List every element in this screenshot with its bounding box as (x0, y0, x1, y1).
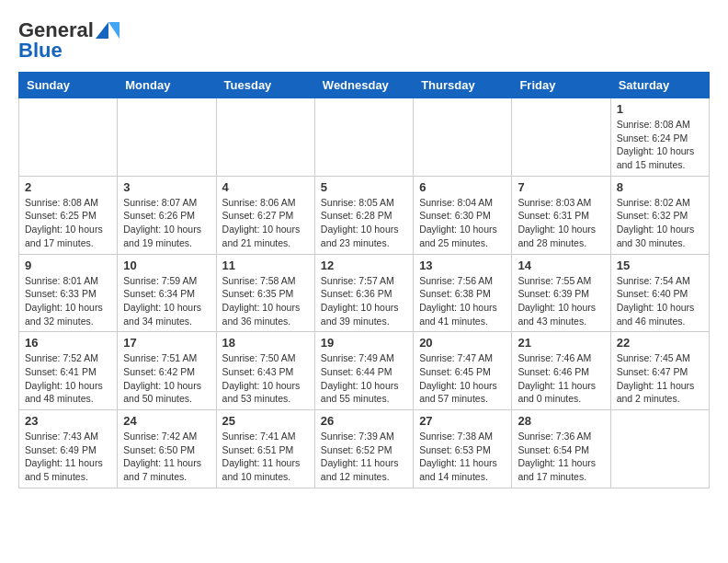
day-info: Sunrise: 7:42 AM Sunset: 6:50 PM Dayligh… (123, 430, 210, 484)
day-number: 19 (321, 336, 407, 350)
day-info: Sunrise: 7:49 AM Sunset: 6:44 PM Dayligh… (321, 351, 407, 406)
svg-marker-0 (108, 22, 119, 39)
calendar-cell: 6Sunrise: 8:04 AM Sunset: 6:30 PM Daylig… (414, 176, 512, 254)
day-number: 21 (518, 336, 604, 350)
day-info: Sunrise: 7:47 AM Sunset: 6:45 PM Dayligh… (419, 351, 506, 406)
calendar-cell: 4Sunrise: 8:06 AM Sunset: 6:27 PM Daylig… (216, 176, 314, 254)
day-number: 13 (419, 259, 506, 272)
calendar-cell: 5Sunrise: 8:05 AM Sunset: 6:28 PM Daylig… (314, 176, 413, 254)
calendar-cell: 24Sunrise: 7:42 AM Sunset: 6:50 PM Dayli… (118, 410, 216, 488)
day-info: Sunrise: 7:51 AM Sunset: 6:42 PM Dayligh… (123, 351, 210, 406)
day-info: Sunrise: 7:55 AM Sunset: 6:39 PM Dayligh… (518, 274, 604, 328)
day-info: Sunrise: 7:52 AM Sunset: 6:41 PM Dayligh… (25, 351, 111, 406)
day-info: Sunrise: 8:02 AM Sunset: 6:32 PM Dayligh… (617, 196, 703, 250)
day-number: 17 (123, 336, 210, 350)
calendar-week-row: 1Sunrise: 8:08 AM Sunset: 6:24 PM Daylig… (19, 98, 710, 177)
calendar-week-row: 9Sunrise: 8:01 AM Sunset: 6:33 PM Daylig… (19, 254, 710, 332)
day-info: Sunrise: 8:06 AM Sunset: 6:27 PM Dayligh… (222, 196, 309, 250)
day-number: 12 (321, 259, 407, 272)
column-header-tuesday: Tuesday (216, 73, 314, 98)
day-info: Sunrise: 7:54 AM Sunset: 6:40 PM Dayligh… (617, 274, 703, 328)
day-number: 3 (123, 180, 210, 194)
day-number: 26 (321, 414, 407, 428)
day-info: Sunrise: 7:41 AM Sunset: 6:51 PM Dayligh… (222, 430, 309, 484)
calendar-cell: 17Sunrise: 7:51 AM Sunset: 6:42 PM Dayli… (118, 332, 216, 410)
column-header-saturday: Saturday (610, 73, 709, 98)
day-number: 16 (25, 336, 111, 350)
day-info: Sunrise: 7:59 AM Sunset: 6:34 PM Dayligh… (123, 274, 210, 328)
day-info: Sunrise: 8:05 AM Sunset: 6:28 PM Dayligh… (321, 196, 407, 250)
calendar-cell (118, 98, 216, 177)
day-number: 2 (25, 180, 111, 194)
column-header-wednesday: Wednesday (314, 73, 413, 98)
calendar-header-row: SundayMondayTuesdayWednesdayThursdayFrid… (19, 73, 710, 98)
calendar-cell: 14Sunrise: 7:55 AM Sunset: 6:39 PM Dayli… (512, 254, 610, 332)
day-number: 23 (25, 414, 111, 428)
calendar-week-row: 2Sunrise: 8:08 AM Sunset: 6:25 PM Daylig… (19, 176, 710, 254)
column-header-friday: Friday (512, 73, 610, 98)
day-number: 22 (617, 336, 703, 350)
calendar-cell: 16Sunrise: 7:52 AM Sunset: 6:41 PM Dayli… (19, 332, 118, 410)
page-header: General Blue (18, 18, 710, 63)
day-number: 1 (617, 102, 703, 116)
day-number: 25 (222, 414, 309, 428)
day-info: Sunrise: 7:45 AM Sunset: 6:47 PM Dayligh… (617, 351, 703, 406)
column-header-sunday: Sunday (19, 73, 118, 98)
logo-icon (96, 20, 121, 40)
calendar-cell: 27Sunrise: 7:38 AM Sunset: 6:53 PM Dayli… (414, 410, 512, 488)
day-number: 20 (419, 336, 506, 350)
day-number: 28 (518, 414, 604, 428)
day-info: Sunrise: 7:57 AM Sunset: 6:36 PM Dayligh… (321, 274, 407, 328)
calendar-cell: 3Sunrise: 8:07 AM Sunset: 6:26 PM Daylig… (118, 176, 216, 254)
day-number: 14 (518, 259, 604, 272)
calendar-cell: 26Sunrise: 7:39 AM Sunset: 6:52 PM Dayli… (314, 410, 413, 488)
day-number: 6 (419, 180, 506, 194)
logo-blue-text: Blue (18, 39, 63, 63)
calendar-cell (314, 98, 413, 177)
day-info: Sunrise: 7:58 AM Sunset: 6:35 PM Dayligh… (222, 274, 309, 328)
day-number: 10 (123, 259, 210, 272)
day-info: Sunrise: 7:56 AM Sunset: 6:38 PM Dayligh… (419, 274, 506, 328)
day-number: 8 (617, 180, 703, 194)
calendar-cell: 11Sunrise: 7:58 AM Sunset: 6:35 PM Dayli… (216, 254, 314, 332)
calendar-cell: 8Sunrise: 8:02 AM Sunset: 6:32 PM Daylig… (610, 176, 709, 254)
day-info: Sunrise: 7:36 AM Sunset: 6:54 PM Dayligh… (518, 430, 604, 484)
calendar-cell: 23Sunrise: 7:43 AM Sunset: 6:49 PM Dayli… (19, 410, 118, 488)
calendar-cell (414, 98, 512, 177)
calendar-cell: 25Sunrise: 7:41 AM Sunset: 6:51 PM Dayli… (216, 410, 314, 488)
day-info: Sunrise: 7:39 AM Sunset: 6:52 PM Dayligh… (321, 430, 407, 484)
day-info: Sunrise: 8:08 AM Sunset: 6:25 PM Dayligh… (25, 196, 111, 250)
calendar-cell: 12Sunrise: 7:57 AM Sunset: 6:36 PM Dayli… (314, 254, 413, 332)
calendar-cell: 22Sunrise: 7:45 AM Sunset: 6:47 PM Dayli… (610, 332, 709, 410)
day-number: 24 (123, 414, 210, 428)
calendar-table: SundayMondayTuesdayWednesdayThursdayFrid… (18, 72, 710, 488)
day-info: Sunrise: 7:46 AM Sunset: 6:46 PM Dayligh… (518, 351, 604, 406)
calendar-week-row: 23Sunrise: 7:43 AM Sunset: 6:49 PM Dayli… (19, 410, 710, 488)
calendar-cell: 7Sunrise: 8:03 AM Sunset: 6:31 PM Daylig… (512, 176, 610, 254)
calendar-cell: 19Sunrise: 7:49 AM Sunset: 6:44 PM Dayli… (314, 332, 413, 410)
day-info: Sunrise: 8:04 AM Sunset: 6:30 PM Dayligh… (419, 196, 506, 250)
calendar-cell (610, 410, 709, 488)
calendar-cell: 2Sunrise: 8:08 AM Sunset: 6:25 PM Daylig… (19, 176, 118, 254)
calendar-cell: 21Sunrise: 7:46 AM Sunset: 6:46 PM Dayli… (512, 332, 610, 410)
svg-marker-1 (96, 22, 108, 39)
day-info: Sunrise: 7:43 AM Sunset: 6:49 PM Dayligh… (25, 430, 111, 484)
calendar-cell: 9Sunrise: 8:01 AM Sunset: 6:33 PM Daylig… (19, 254, 118, 332)
day-info: Sunrise: 7:38 AM Sunset: 6:53 PM Dayligh… (419, 430, 506, 484)
calendar-cell: 1Sunrise: 8:08 AM Sunset: 6:24 PM Daylig… (610, 98, 709, 177)
day-number: 5 (321, 180, 407, 194)
day-info: Sunrise: 8:08 AM Sunset: 6:24 PM Dayligh… (617, 118, 703, 172)
day-number: 15 (617, 259, 703, 272)
day-number: 4 (222, 180, 309, 194)
calendar-cell: 28Sunrise: 7:36 AM Sunset: 6:54 PM Dayli… (512, 410, 610, 488)
day-number: 9 (25, 259, 111, 272)
calendar-cell (19, 98, 118, 177)
day-info: Sunrise: 7:50 AM Sunset: 6:43 PM Dayligh… (222, 351, 309, 406)
calendar-cell: 13Sunrise: 7:56 AM Sunset: 6:38 PM Dayli… (414, 254, 512, 332)
calendar-week-row: 16Sunrise: 7:52 AM Sunset: 6:41 PM Dayli… (19, 332, 710, 410)
day-number: 27 (419, 414, 506, 428)
calendar-cell: 10Sunrise: 7:59 AM Sunset: 6:34 PM Dayli… (118, 254, 216, 332)
calendar-cell: 20Sunrise: 7:47 AM Sunset: 6:45 PM Dayli… (414, 332, 512, 410)
calendar-cell: 18Sunrise: 7:50 AM Sunset: 6:43 PM Dayli… (216, 332, 314, 410)
day-number: 7 (518, 180, 604, 194)
